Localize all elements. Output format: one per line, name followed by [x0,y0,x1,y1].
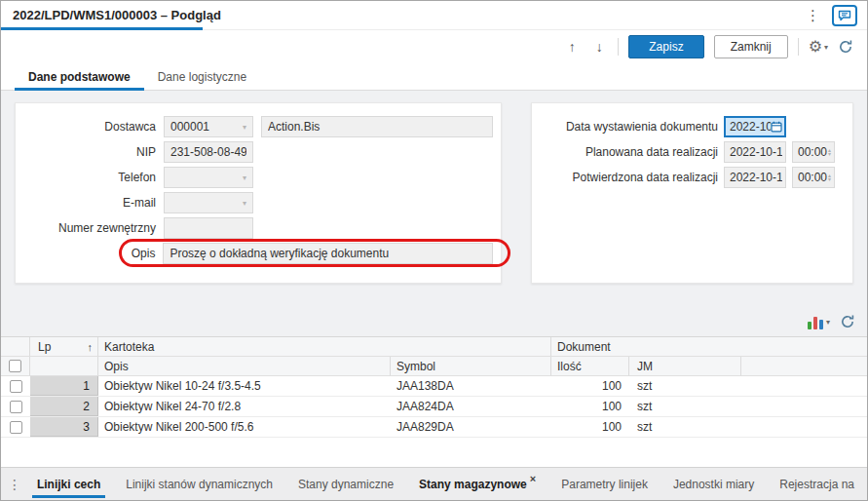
sort-ascending-icon[interactable]: ↑ [88,341,94,353]
jm-cell[interactable]: szt [629,376,741,396]
ilosc-header-label: Ilość [557,360,582,373]
nip-field[interactable]: 231-508-08-49 [164,141,253,163]
table-row[interactable]: 2 Obiektyw Nikel 24-70 f/2.8 JAA824DA 10… [1,397,867,417]
form-row: Dostawca 000001 ▾ Action.Bis [23,115,493,138]
close-icon[interactable]: × [530,473,536,484]
data-wystawienia-field[interactable]: 2022-10- [724,116,786,137]
move-up-icon[interactable]: ↑ [563,39,581,55]
planowana-czas-field[interactable]: 00:00 ▴ ▾ [792,141,835,163]
jm-column-header[interactable]: JM [629,357,741,376]
potwierdzona-data-field[interactable]: 2022-10-1 [724,167,786,188]
move-down-icon[interactable]: ↓ [590,39,608,55]
bottom-tab-label: Rejestracja na [779,478,854,491]
opis-header-label: Opis [104,360,129,373]
ilosc-cell[interactable]: 100 [551,397,629,416]
dostawca-code-field[interactable]: 000001 ▾ [164,116,253,137]
symbol-cell[interactable]: JAA829DA [391,417,551,437]
row-number-cell: 3 [30,417,98,437]
select-all-cell [1,357,30,376]
row-checkbox[interactable] [10,421,22,434]
tab-dane-podstawowe[interactable]: Dane podstawowe [15,63,144,90]
potwierdzona-czas-field[interactable]: 00:00 ▴ ▾ [792,167,835,188]
table-row[interactable]: 3 Obiektyw Nikel 200-500 f/5.6 JAA829DA … [1,417,867,438]
opis-cell[interactable]: Obiektyw Nikel 24-70 f/2.8 [98,397,391,416]
bottom-tab-stany-dynamiczne[interactable]: Stany dynamiczne [285,468,406,500]
tab-dane-logistyczne[interactable]: Dane logistyczne [144,63,260,90]
window-title: 2022/LPD/WMS1/000003 – Podgląd [13,8,221,22]
dostawca-code-value: 000001 [170,120,239,134]
speech-bubble-icon [838,10,851,21]
potwierdzona-data-value: 2022-10-1 [730,171,782,184]
bottom-tab-parametry-linijek[interactable]: Parametry linijek [548,468,660,500]
bar-chart-icon [808,315,823,329]
opis-value: Proszę o dokładną weryfikację dokumentu [170,247,486,260]
main-tabs: Dane podstawowe Dane logistyczne [1,63,867,91]
opis-cell[interactable]: Obiektyw Nikel 10-24 f/3.5-4.5 [98,376,391,396]
symbol-column-header[interactable]: Symbol [391,357,551,376]
spinner-down-icon: ▾ [828,152,831,156]
ilosc-cell[interactable]: 100 [551,376,629,396]
planowana-data-field[interactable]: 2022-10-1 [724,141,786,163]
form-row: E-mail ▾ [23,191,493,214]
kartoteka-group-header[interactable]: Kartoteka [98,337,551,357]
bottom-tab-label: Linijki cech [37,478,100,491]
symbol-cell[interactable]: JAA824DA [391,397,551,416]
ilosc-cell[interactable]: 100 [551,417,629,437]
close-button[interactable]: Zamknij [714,35,788,58]
jm-cell[interactable]: szt [629,417,741,437]
table-column-header: Opis Symbol Ilość JM [1,357,867,376]
calendar-icon[interactable] [771,121,782,133]
settings-menu-button[interactable]: ⚙ ▾ [809,39,828,55]
chevron-down-icon: ▾ [826,318,830,327]
opis-cell[interactable]: Obiektyw Nikel 200-500 f/5.6 [98,417,391,437]
bottom-tab-stany-magazynowe[interactable]: Stany magazynowe × [406,468,548,500]
opis-label: Opis [23,247,155,260]
filler-cell [741,417,867,437]
jm-cell[interactable]: szt [629,397,741,416]
bottom-tab-linijki-stanow[interactable]: Linijki stanów dynamicznych [113,468,285,500]
ilosc-column-header[interactable]: Ilość [551,357,629,376]
chevron-down-icon: ▾ [824,43,828,52]
spinner-down-icon: ▾ [828,177,831,181]
filler-header-cell [741,357,867,376]
refresh-button[interactable] [838,39,853,55]
email-field[interactable]: ▾ [164,192,253,213]
time-spinner-icon[interactable]: ▴ ▾ [828,148,831,156]
comments-button[interactable] [832,5,857,26]
bottom-tab-linijki-cech[interactable]: Linijki cech [24,468,113,500]
bottom-tab-label: Stany dynamiczne [298,478,394,491]
bottom-kebab-menu-icon[interactable]: ⋮ [5,468,24,500]
bottom-tab-jednostki-miary[interactable]: Jednostki miary [660,468,767,500]
row-checkbox[interactable] [10,380,22,393]
symbol-cell[interactable]: JAA138DA [391,376,551,396]
numer-zewnetrzny-label: Numer zewnętrzny [23,221,156,235]
grid-refresh-button[interactable] [840,314,855,329]
numer-zewnetrzny-field[interactable] [164,217,253,239]
row-checkbox[interactable] [10,401,22,413]
opis-field[interactable]: Proszę o dokładną weryfikację dokumentu [163,243,493,264]
titlebar-icons: ⋮ [806,5,857,26]
toolbar: ↑ ↓ Zapisz Zamknij ⚙ ▾ [1,30,867,63]
form-row: Potwierdzona data realizacji 2022-10-1 0… [540,166,845,189]
lp-column-header[interactable]: Lp ↑ [30,337,98,357]
bottom-tab-label: Jednostki miary [673,478,754,491]
toolbar-separator [798,38,799,56]
dokument-group-header[interactable]: Dokument [551,337,867,357]
opis-column-header[interactable]: Opis [98,357,391,376]
form-row-opis: Opis Proszę o dokładną weryfikację dokum… [23,242,493,265]
form-row: Planowana data realizacji 2022-10-1 00:0… [540,140,845,164]
data-wystawienia-value: 2022-10- [730,120,771,134]
time-spinner-icon[interactable]: ▴ ▾ [828,173,831,181]
kebab-menu-icon[interactable]: ⋮ [806,8,820,22]
select-all-checkbox[interactable] [9,360,21,372]
lp-subheader-cell [30,357,98,376]
dostawca-name-field[interactable]: Action.Bis [261,116,493,137]
kartoteka-header-label: Kartoteka [104,340,154,354]
bottom-tab-rejestracja[interactable]: Rejestracja na [767,468,867,500]
save-button[interactable]: Zapisz [628,35,703,58]
symbol-header-label: Symbol [396,360,435,373]
planowana-data-label: Planowana data realizacji [540,145,718,159]
chart-view-button[interactable]: ▾ [808,315,830,329]
table-row[interactable]: 1 Obiektyw Nikel 10-24 f/3.5-4.5 JAA138D… [1,376,867,397]
telefon-field[interactable]: ▾ [164,167,253,188]
